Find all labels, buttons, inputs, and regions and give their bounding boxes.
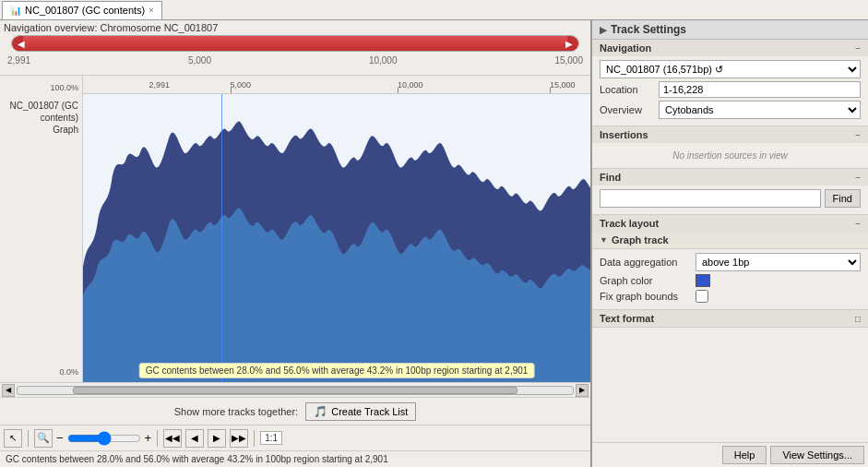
scroll-left-button[interactable]: ◀ <box>2 384 15 397</box>
pct-bottom-label: 0.0% <box>59 367 78 377</box>
nav-overview-label: Navigation overview: Chromosome NC_00180… <box>4 22 587 33</box>
scroll-right-button[interactable]: ▶ <box>576 384 589 397</box>
toolbar-pointer-button[interactable]: ↖ <box>4 429 22 448</box>
ruler-tick-2991: 2,991 <box>7 55 30 66</box>
ruler-tick-line-15000 <box>550 88 551 93</box>
nav-fwd-icon: ▶ <box>213 433 220 443</box>
ruler-bar: 2,991 5,000 10,000 15,000 <box>83 76 590 94</box>
text-format-section: Text format □ <box>592 310 868 328</box>
pct-top-label: 100.0% <box>50 83 78 92</box>
insertions-section-header[interactable]: Insertions − <box>592 126 868 143</box>
track-name-label: NC_001807 (GC contents) <box>4 100 78 124</box>
nav-slider-fill <box>12 36 578 51</box>
info-bar-text: GC contents between 28.0% and 56.0% with… <box>146 365 529 376</box>
graph-color-row: Graph color <box>600 274 861 287</box>
insertions-note: No insertion sources in view <box>600 147 861 164</box>
settings-panel: ▶ Track Settings Navigation − NC_001807 … <box>591 20 868 467</box>
nav-back-far-icon: ◀◀ <box>165 433 180 443</box>
ruler-pos-15000: 15,000 <box>550 80 576 90</box>
find-row: Find <box>600 189 861 208</box>
chromosome-select[interactable]: NC_001807 (16,571bp) ↺ <box>600 60 861 78</box>
track-canvas[interactable]: 2,991 5,000 10,000 15,000 <box>83 76 590 382</box>
insertions-section-content: No insertion sources in view <box>592 143 868 168</box>
create-track-label: Create Track List <box>331 406 408 417</box>
text-format-label: Text format <box>600 313 654 324</box>
zoom-in-icon: 🔍 <box>37 432 50 444</box>
graph-track-content: Data aggregation above 1bp Graph color F… <box>592 249 868 309</box>
show-more-label: Show more tracks together: <box>174 406 299 417</box>
settings-header: ▶ Track Settings <box>592 20 868 40</box>
fix-graph-bounds-checkbox[interactable] <box>696 290 708 303</box>
overview-select[interactable]: Cytobands <box>659 101 861 119</box>
help-button[interactable]: Help <box>722 446 767 464</box>
navigation-section-collapse[interactable]: − <box>855 43 861 54</box>
toolbar-separator-3 <box>254 430 255 447</box>
navigation-section-content: NC_001807 (16,571bp) ↺ Location Overview… <box>592 56 868 126</box>
track-layout-label-text: Track layout <box>600 218 659 229</box>
graph-track-label: Graph track <box>612 234 669 245</box>
data-aggregation-select[interactable]: above 1bp <box>696 253 861 271</box>
navigation-label-text: Navigation <box>600 42 651 54</box>
find-input[interactable] <box>600 189 821 208</box>
location-input[interactable] <box>659 81 861 98</box>
nav-slider-left-handle[interactable] <box>12 36 23 52</box>
pointer-icon: ↖ <box>9 433 17 443</box>
zoom-minus-icon: − <box>56 431 64 445</box>
nav-fwd-far-icon: ▶▶ <box>232 433 246 443</box>
insertions-section: Insertions − No insertion sources in vie… <box>592 126 868 169</box>
scroll-thumb[interactable] <box>73 387 517 394</box>
find-section-content: Find <box>592 186 868 214</box>
ruler-pos-2991: 2,991 <box>149 80 171 90</box>
toolbar-nav-back-far-button[interactable]: ◀◀ <box>163 429 182 448</box>
graph-track-subsection-header[interactable]: ▼ Graph track <box>592 232 868 249</box>
ruler-pos-5000: 5,000 <box>231 80 252 90</box>
toolbar-zoom-in-button[interactable]: 🔍 <box>34 429 53 448</box>
zoom-slider[interactable] <box>67 431 141 446</box>
location-field-row: Location <box>600 81 861 98</box>
find-section-header[interactable]: Find − <box>592 169 868 186</box>
tab-close-button[interactable]: × <box>149 6 153 15</box>
track-layout-section-collapse[interactable]: − <box>855 219 861 229</box>
toolbar-nav-back-button[interactable]: ◀ <box>185 429 204 448</box>
settings-header-title: Track Settings <box>611 23 686 36</box>
info-bar: GC contents between 28.0% and 56.0% with… <box>139 363 535 378</box>
bottom-bar: Show more tracks together: 🎵 Create Trac… <box>0 397 590 425</box>
tab-bar: 📊 NC_001807 (GC contents) × <box>0 0 868 20</box>
toolbar-nav-fwd-button[interactable]: ▶ <box>208 429 226 448</box>
main-container: 📊 NC_001807 (GC contents) × Navigation o… <box>0 0 868 467</box>
gc-graph-svg <box>83 94 590 382</box>
graph-color-label: Graph color <box>600 275 692 286</box>
navigation-section-label: Navigation <box>600 42 651 54</box>
overview-label: Overview <box>600 104 655 115</box>
create-track-list-button[interactable]: 🎵 Create Track List <box>305 402 416 421</box>
status-bar-text: GC contents between 28.0% and 56.0% with… <box>6 454 388 464</box>
graph-container[interactable]: GC contents between 28.0% and 56.0% with… <box>83 94 590 382</box>
scroll-track[interactable] <box>17 386 574 395</box>
nav-slider-track[interactable]: ◀ ▶ <box>11 35 579 52</box>
fix-graph-bounds-row: Fix graph bounds <box>600 290 861 303</box>
track-area: 100.0% NC_001807 (GC contents) Graph 0.0… <box>0 76 590 382</box>
main-tab[interactable]: 📊 NC_001807 (GC contents) × <box>2 1 162 19</box>
track-layout-section-header[interactable]: Track layout − <box>592 215 868 232</box>
data-aggregation-row: Data aggregation above 1bp <box>600 253 861 271</box>
text-format-section-header[interactable]: Text format □ <box>592 310 868 327</box>
content-area: Navigation overview: Chromosome NC_00180… <box>0 20 868 467</box>
insertions-section-collapse[interactable]: − <box>855 130 861 140</box>
find-button[interactable]: Find <box>825 189 861 208</box>
view-settings-button[interactable]: View Settings... <box>770 446 864 464</box>
toolbar: ↖ 🔍 − + ◀◀ ◀ ▶ ▶ <box>0 425 590 450</box>
navigation-section-header[interactable]: Navigation − <box>592 40 868 56</box>
text-format-section-collapse[interactable]: □ <box>855 314 861 324</box>
toolbar-nav-fwd-far-button[interactable]: ▶▶ <box>230 429 248 448</box>
data-aggregation-label: Data aggregation <box>600 257 692 268</box>
tab-title: NC_001807 (GC contents) <box>25 5 145 16</box>
tab-icon: 📊 <box>10 6 21 16</box>
nav-ruler: 2,991 5,000 10,000 15,000 <box>4 55 587 66</box>
location-label: Location <box>600 84 655 95</box>
h-scrollbar: ◀ ▶ <box>0 382 590 397</box>
find-section-collapse[interactable]: − <box>855 173 861 183</box>
graph-color-swatch[interactable] <box>696 274 710 287</box>
overview-field-row: Overview Cytobands <box>600 101 861 119</box>
status-bar: GC contents between 28.0% and 56.0% with… <box>0 450 590 467</box>
ruler-pos-10000: 10,000 <box>398 80 423 90</box>
